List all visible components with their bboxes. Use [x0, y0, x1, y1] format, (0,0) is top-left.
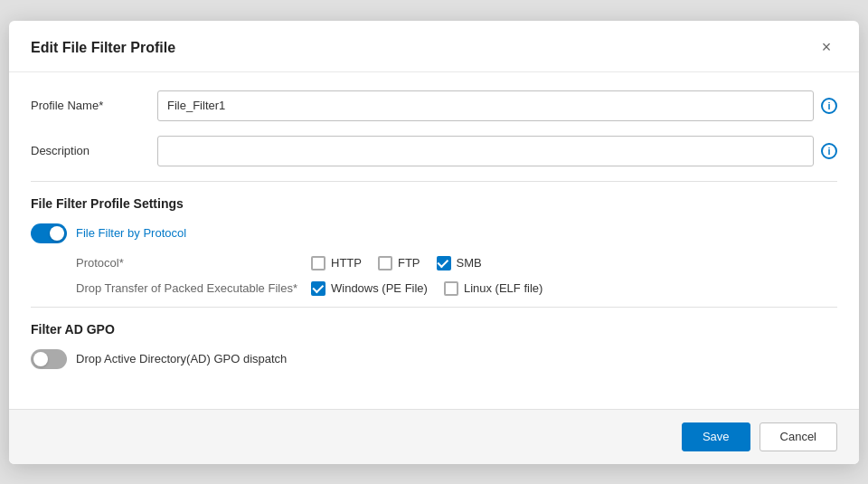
protocol-smb-label: SMB	[457, 256, 482, 270]
profile-name-info-icon: i	[821, 98, 837, 114]
dialog-footer: Save Cancel	[9, 409, 859, 464]
protocol-row: Protocol* HTTP FTP SMB	[31, 256, 837, 270]
divider-2	[31, 307, 837, 308]
settings-section: File Filter Profile Settings File Filter…	[31, 196, 837, 296]
drop-linux-item[interactable]: Linux (ELF file)	[444, 281, 542, 296]
edit-dialog: Edit File Filter Profile × Profile Name*…	[9, 21, 859, 464]
filter-ad-title: Filter AD GPO	[31, 322, 837, 337]
file-filter-protocol-label: File Filter by Protocol	[76, 226, 186, 240]
drop-transfer-label: Drop Transfer of Packed Executable Files…	[76, 281, 311, 295]
protocol-ftp-item[interactable]: FTP	[378, 256, 420, 270]
settings-section-title: File Filter Profile Settings	[31, 196, 837, 211]
file-filter-protocol-row: File Filter by Protocol	[31, 223, 837, 243]
drop-transfer-checkbox-group: Windows (PE File) Linux (ELF file)	[311, 281, 542, 296]
ad-gpo-toggle[interactable]	[31, 349, 67, 369]
profile-name-row: Profile Name* i	[31, 90, 837, 121]
drop-linux-label: Linux (ELF file)	[464, 281, 542, 295]
file-filter-toggle-slider	[31, 223, 67, 243]
protocol-http-checkbox	[311, 256, 326, 270]
file-filter-toggle[interactable]	[31, 223, 67, 243]
protocol-ftp-checkbox	[378, 256, 392, 270]
dialog-body: Profile Name* i Description i File Filte…	[9, 72, 859, 409]
description-label: Description	[31, 144, 157, 157]
dialog-header: Edit File Filter Profile ×	[9, 21, 859, 72]
divider-1	[31, 181, 837, 182]
description-row: Description i	[31, 136, 837, 166]
protocol-checkbox-group: HTTP FTP SMB	[311, 256, 482, 270]
profile-name-input[interactable]	[157, 90, 814, 121]
protocol-label: Protocol*	[76, 256, 311, 270]
dialog-title: Edit File Filter Profile	[31, 40, 175, 56]
drop-windows-item[interactable]: Windows (PE File)	[311, 281, 428, 296]
profile-name-input-wrap: i	[157, 90, 837, 121]
description-info-icon: i	[821, 143, 837, 159]
protocol-http-label: HTTP	[331, 256, 362, 270]
drop-ad-row: Drop Active Directory(AD) GPO dispatch	[31, 349, 837, 369]
close-button[interactable]: ×	[816, 37, 837, 59]
protocol-http-item[interactable]: HTTP	[311, 256, 362, 270]
drop-ad-label: Drop Active Directory(AD) GPO dispatch	[76, 352, 287, 365]
protocol-smb-item[interactable]: SMB	[437, 256, 482, 270]
protocol-ftp-label: FTP	[398, 256, 420, 270]
profile-name-label: Profile Name*	[31, 99, 157, 112]
drop-transfer-row: Drop Transfer of Packed Executable Files…	[31, 281, 837, 296]
protocol-smb-checkbox	[437, 256, 451, 270]
filter-ad-section: Filter AD GPO Drop Active Directory(AD) …	[31, 322, 837, 369]
drop-windows-checkbox	[311, 281, 326, 296]
description-input[interactable]	[157, 136, 814, 166]
ad-gpo-toggle-slider	[31, 349, 67, 369]
drop-windows-label: Windows (PE File)	[331, 281, 428, 295]
cancel-button[interactable]: Cancel	[760, 422, 837, 451]
drop-linux-checkbox	[444, 281, 458, 296]
save-button[interactable]: Save	[682, 422, 750, 451]
description-input-wrap: i	[157, 136, 837, 166]
